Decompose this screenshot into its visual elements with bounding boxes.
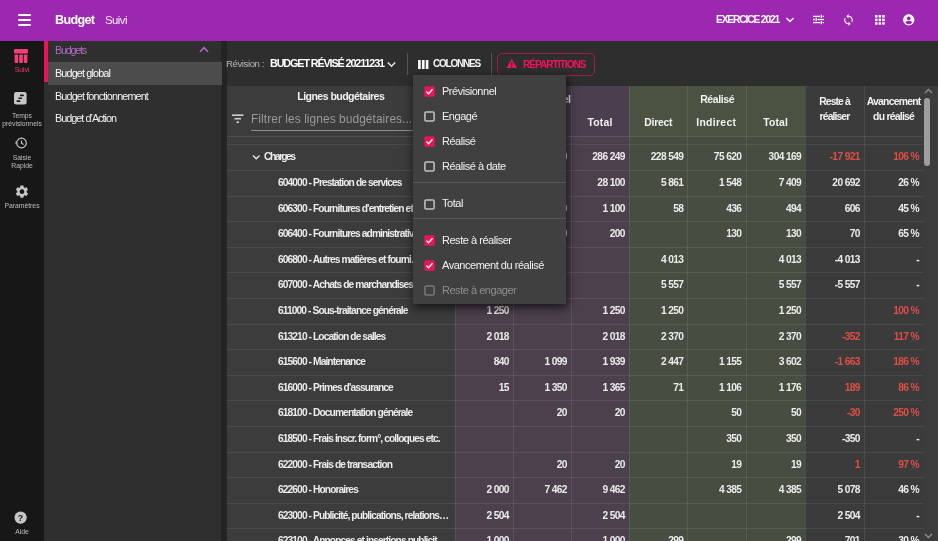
svg-text:?: ? <box>18 513 23 523</box>
